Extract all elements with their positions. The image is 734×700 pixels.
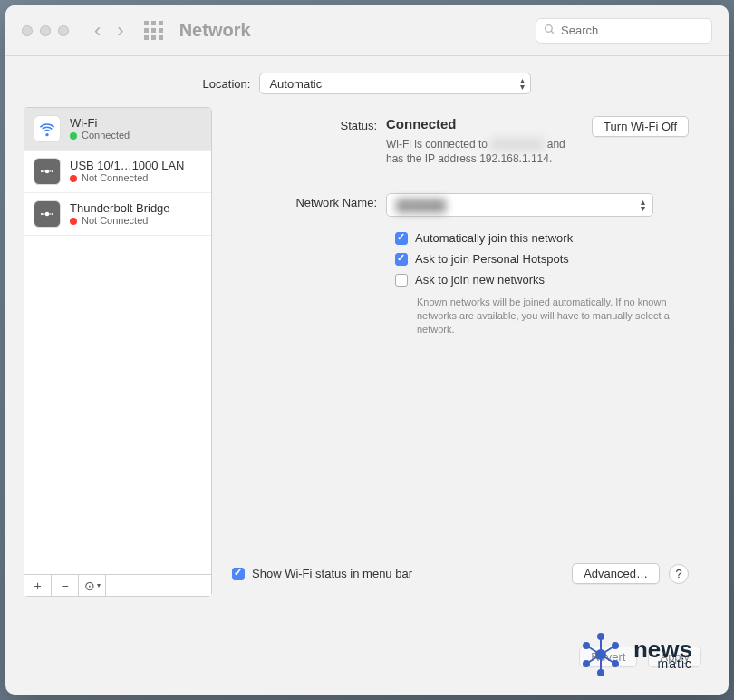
status-dot-icon — [70, 218, 77, 225]
sidebar-item-wifi[interactable]: Wi-Fi Connected — [24, 108, 211, 151]
window-controls — [22, 25, 69, 36]
remove-interface-button[interactable]: − — [52, 575, 79, 596]
auto-join-label: Automatically join this network — [415, 231, 573, 245]
show-menubar-row[interactable]: Show Wi-Fi status in menu bar — [232, 567, 412, 580]
ask-hotspot-label: Ask to join Personal Hotspots — [415, 252, 569, 266]
svg-line-1 — [551, 31, 554, 34]
status-dot-icon — [70, 175, 77, 182]
interface-name: Wi-Fi — [70, 116, 130, 131]
search-icon — [544, 24, 555, 38]
titlebar: ‹ › Network — [5, 5, 729, 56]
svg-point-4 — [52, 170, 53, 172]
network-name-select[interactable]: ██████ ▴▾ — [386, 193, 653, 217]
ask-hotspot-row[interactable]: Ask to join Personal Hotspots — [395, 252, 689, 266]
svg-point-0 — [546, 24, 553, 32]
svg-point-7 — [45, 212, 50, 217]
sidebar-item-thunderbolt-bridge[interactable]: Thunderbolt Bridge Not Connected — [24, 193, 211, 236]
interface-name: Thunderbolt Bridge — [70, 201, 170, 216]
location-bar: Location: Automatic ▴▾ — [5, 73, 729, 94]
network-name-value: ██████ — [396, 199, 446, 212]
add-interface-button[interactable]: + — [24, 575, 52, 596]
advanced-button[interactable]: Advanced… — [572, 563, 660, 584]
chevron-updown-icon: ▴▾ — [520, 77, 525, 90]
zoom-button[interactable] — [58, 25, 69, 36]
auto-join-row[interactable]: Automatically join this network — [395, 231, 689, 245]
show-menubar-label: Show Wi-Fi status in menu bar — [252, 567, 412, 580]
show-all-icon[interactable] — [144, 21, 163, 40]
sidebar-item-usb-lan[interactable]: USB 10/1…1000 LAN Not Connected — [24, 151, 211, 193]
location-select[interactable]: Automatic ▴▾ — [259, 73, 531, 94]
status-label: Status: — [232, 116, 386, 166]
svg-point-17 — [597, 633, 604, 640]
svg-point-3 — [41, 170, 43, 172]
svg-point-18 — [597, 669, 604, 676]
bottom-buttons: Revert Apply — [579, 647, 701, 667]
wifi-icon — [34, 115, 61, 142]
nav-arrows: ‹ › — [94, 19, 124, 43]
ask-new-row[interactable]: Ask to join new networks — [395, 273, 689, 287]
svg-point-2 — [45, 170, 50, 174]
interface-actions-button[interactable]: ⊙▾ — [79, 575, 106, 596]
thunderbolt-icon — [34, 200, 61, 228]
forward-button[interactable]: › — [117, 19, 123, 43]
close-button[interactable] — [22, 25, 33, 36]
revert-button[interactable]: Revert — [579, 647, 637, 667]
help-button[interactable]: ? — [669, 564, 689, 584]
back-button[interactable]: ‹ — [94, 19, 101, 43]
ask-new-label: Ask to join new networks — [415, 273, 545, 287]
interface-status: Connected — [82, 130, 130, 141]
location-value: Automatic — [269, 77, 322, 91]
interface-name: USB 10/1…1000 LAN — [70, 159, 184, 173]
status-description: Wi-Fi is connected to ██████ and has the… — [386, 137, 583, 166]
search-field[interactable] — [536, 18, 712, 44]
location-label: Location: — [203, 77, 251, 91]
ask-hotspot-checkbox[interactable] — [395, 253, 408, 266]
interfaces-list: Wi-Fi Connected USB 10/1…1000 LAN — [24, 108, 211, 574]
svg-point-9 — [52, 213, 53, 215]
ask-new-help-text: Known networks will be joined automatica… — [417, 296, 689, 336]
detail-panel: Status: Connected Wi-Fi is connected to … — [223, 107, 710, 597]
ethernet-icon — [34, 158, 61, 185]
sidebar-toolbar: + − ⊙▾ — [24, 574, 211, 596]
svg-point-8 — [41, 213, 43, 215]
apply-button[interactable]: Apply — [648, 647, 701, 667]
search-input[interactable] — [561, 24, 704, 37]
window-title: Network — [179, 20, 251, 41]
ask-new-checkbox[interactable] — [395, 274, 408, 287]
chevron-updown-icon: ▴▾ — [641, 199, 645, 211]
auto-join-checkbox[interactable] — [395, 232, 408, 245]
network-preferences-window: ‹ › Network Location: Automatic ▴▾ — [5, 5, 729, 695]
status-value: Connected — [386, 116, 583, 131]
interface-status: Not Connected — [82, 172, 148, 184]
wifi-toggle-button[interactable]: Turn Wi-Fi Off — [592, 116, 689, 137]
network-name-label: Network Name: — [232, 193, 386, 217]
toolbar-fill — [106, 575, 211, 596]
interfaces-sidebar: Wi-Fi Connected USB 10/1…1000 LAN — [24, 107, 212, 597]
status-dot-icon — [70, 132, 77, 140]
show-menubar-checkbox[interactable] — [232, 568, 245, 580]
minimize-button[interactable] — [40, 25, 51, 36]
interface-status: Not Connected — [82, 215, 148, 227]
